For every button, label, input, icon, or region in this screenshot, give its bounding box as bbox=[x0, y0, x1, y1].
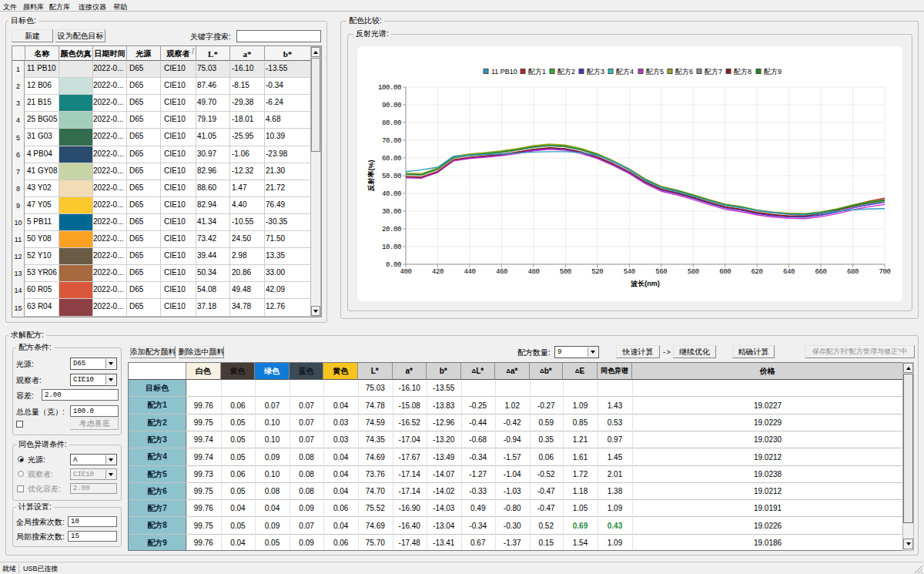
svg-text:520: 520 bbox=[591, 268, 603, 276]
svg-text:50.00: 50.00 bbox=[382, 173, 401, 180]
svg-text:配方6: 配方6 bbox=[675, 68, 693, 76]
svg-text:11 PB10: 11 PB10 bbox=[491, 68, 517, 76]
svg-text:配方3: 配方3 bbox=[587, 68, 604, 76]
svg-text:20.00: 20.00 bbox=[382, 226, 401, 233]
svg-text:580: 580 bbox=[688, 268, 699, 276]
svg-text:60.00: 60.00 bbox=[382, 155, 401, 163]
svg-text:640: 640 bbox=[783, 268, 795, 276]
svg-text:配方1: 配方1 bbox=[528, 68, 546, 76]
svg-text:480: 480 bbox=[527, 268, 539, 276]
svg-text:90.00: 90.00 bbox=[382, 102, 401, 109]
svg-text:配方4: 配方4 bbox=[616, 68, 634, 76]
svg-text:配方9: 配方9 bbox=[764, 68, 782, 76]
svg-text:500: 500 bbox=[560, 268, 571, 276]
svg-text:440: 440 bbox=[464, 268, 475, 276]
svg-text:波长(nm): 波长(nm) bbox=[630, 280, 660, 287]
svg-text:0.00: 0.00 bbox=[386, 261, 401, 269]
svg-text:配方8: 配方8 bbox=[734, 68, 752, 76]
svg-text:560: 560 bbox=[655, 268, 667, 276]
svg-text:600: 600 bbox=[719, 268, 731, 276]
svg-text:配方7: 配方7 bbox=[705, 68, 722, 76]
svg-text:配方2: 配方2 bbox=[557, 68, 575, 76]
svg-text:70.00: 70.00 bbox=[382, 137, 401, 145]
svg-text:540: 540 bbox=[624, 268, 635, 276]
svg-text:100.00: 100.00 bbox=[378, 84, 401, 92]
svg-text:10.00: 10.00 bbox=[382, 243, 401, 251]
svg-text:420: 420 bbox=[432, 268, 444, 276]
svg-text:配方5: 配方5 bbox=[646, 68, 664, 76]
svg-text:40.00: 40.00 bbox=[382, 190, 401, 198]
svg-text:反射率(%): 反射率(%) bbox=[367, 160, 375, 193]
svg-text:80.00: 80.00 bbox=[382, 119, 401, 127]
svg-text:620: 620 bbox=[752, 268, 763, 276]
svg-text:700: 700 bbox=[879, 268, 890, 276]
svg-text:680: 680 bbox=[847, 268, 859, 276]
svg-text:460: 460 bbox=[496, 268, 507, 276]
svg-text:30.00: 30.00 bbox=[382, 208, 401, 216]
svg-text:400: 400 bbox=[400, 268, 411, 276]
svg-text:660: 660 bbox=[815, 268, 827, 276]
